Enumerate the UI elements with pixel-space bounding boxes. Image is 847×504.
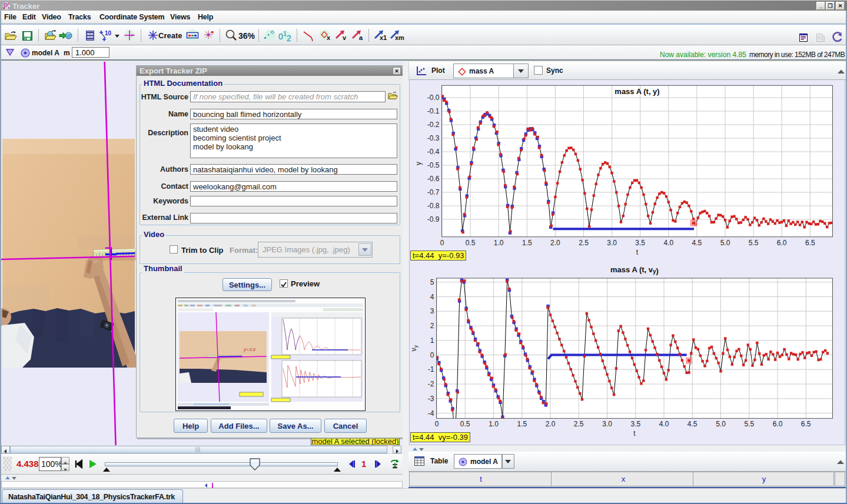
svg-text:a: a: [359, 34, 363, 41]
svg-text:-0.9: -0.9: [427, 215, 440, 223]
svg-text:5: 5: [430, 278, 434, 286]
svg-text:6.5: 6.5: [801, 420, 811, 428]
svg-text:-0.8: -0.8: [427, 202, 440, 210]
svg-text:Create: Create: [158, 31, 182, 40]
svg-text:mass A (t, y): mass A (t, y): [615, 87, 659, 96]
svg-text:ŷ=-0.9: ŷ=-0.9: [243, 348, 255, 352]
svg-text:0.5: 0.5: [466, 239, 476, 247]
svg-text:-0.7: -0.7: [427, 188, 440, 196]
svg-text:1: 1: [430, 336, 434, 345]
svg-text:6.5: 6.5: [805, 239, 815, 247]
svg-text:x: x: [327, 34, 331, 41]
svg-text:3: 3: [430, 307, 434, 315]
svg-text:-0.4: -0.4: [427, 148, 440, 156]
svg-text:v: v: [343, 34, 347, 41]
svg-text:2: 2: [287, 34, 291, 43]
svg-text:4.5: 4.5: [692, 239, 702, 247]
svg-text:1.5: 1.5: [522, 239, 532, 247]
svg-text:mass A (t, vy): mass A (t, vy): [610, 265, 659, 275]
svg-text:4.0: 4.0: [659, 420, 669, 428]
svg-text:-0.0: -0.0: [427, 94, 440, 102]
svg-text:0: 0: [278, 32, 283, 41]
svg-text:3.0: 3.0: [607, 239, 617, 247]
svg-text:2.5: 2.5: [574, 420, 584, 428]
svg-text:t: t: [636, 248, 639, 256]
svg-text:5.0: 5.0: [716, 420, 726, 428]
svg-text:6.0: 6.0: [777, 239, 787, 247]
svg-text:0: 0: [430, 351, 434, 359]
svg-text:-0.5: -0.5: [427, 161, 440, 169]
svg-text:-0.6: -0.6: [427, 175, 440, 183]
svg-text:-3: -3: [428, 395, 434, 403]
svg-text:0.5: 0.5: [460, 420, 470, 428]
svg-text:5.5: 5.5: [744, 420, 754, 428]
svg-text:1.0: 1.0: [489, 420, 499, 428]
svg-text:-0.1: -0.1: [427, 107, 440, 115]
svg-text:-0.2: -0.2: [427, 121, 440, 129]
svg-text:-2: -2: [428, 380, 434, 388]
svg-text:xm: xm: [395, 34, 404, 41]
svg-text:3.5: 3.5: [630, 420, 640, 428]
svg-text:36%: 36%: [238, 31, 255, 41]
svg-text:6.0: 6.0: [773, 420, 783, 428]
svg-text:2.0: 2.0: [546, 420, 556, 428]
svg-text:-0.3: -0.3: [427, 134, 440, 142]
svg-text:10: 10: [105, 30, 112, 36]
svg-text:3.0: 3.0: [602, 420, 612, 428]
svg-text:0: 0: [440, 239, 444, 247]
svg-text:5.0: 5.0: [720, 239, 730, 247]
svg-text:t: t: [633, 429, 636, 438]
svg-text:1.0: 1.0: [494, 239, 504, 247]
svg-text:y: y: [414, 162, 423, 165]
svg-text:2: 2: [430, 322, 434, 330]
svg-text:2.0: 2.0: [550, 239, 560, 247]
svg-text:vy: vy: [410, 345, 419, 351]
svg-text:4.5: 4.5: [687, 420, 697, 428]
svg-text:-4: -4: [428, 409, 434, 418]
svg-text:1.5: 1.5: [517, 420, 527, 428]
svg-text:0: 0: [435, 420, 439, 428]
svg-text:x1: x1: [380, 34, 387, 41]
svg-text:4: 4: [430, 293, 434, 301]
svg-text:4.0: 4.0: [663, 239, 673, 247]
svg-text:-1: -1: [428, 365, 434, 373]
svg-text:3.5: 3.5: [635, 239, 645, 247]
svg-text:5.5: 5.5: [749, 239, 759, 247]
svg-text:2.5: 2.5: [579, 239, 589, 247]
